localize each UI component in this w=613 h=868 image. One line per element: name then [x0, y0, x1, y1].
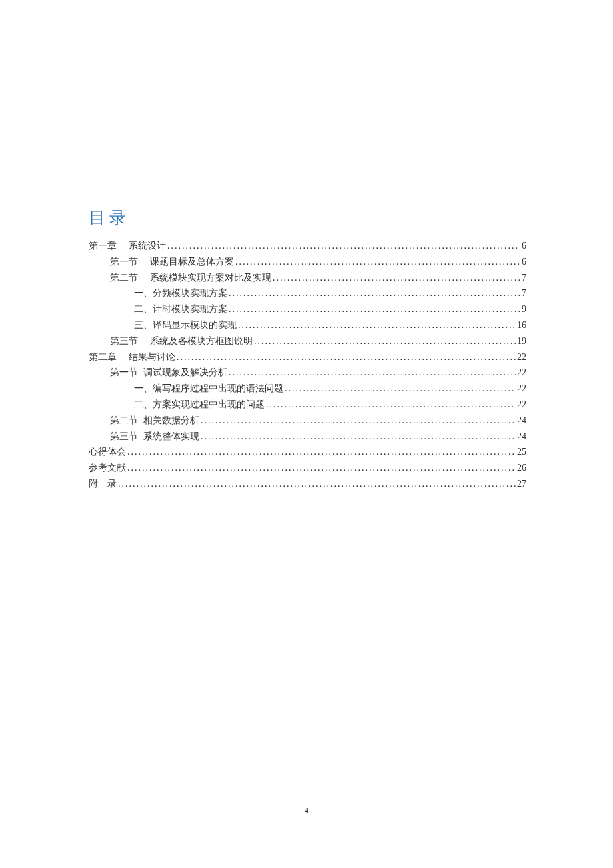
toc-entry-page: 25 — [517, 444, 526, 460]
toc-entry-label: 三、译码显示模块的实现 — [134, 317, 237, 333]
toc-entry[interactable]: 附 录27 — [89, 476, 526, 492]
toc-leader-dots — [118, 476, 516, 492]
toc-leader-dots — [229, 301, 520, 317]
toc-entry-page: 9 — [522, 301, 526, 317]
toc-leader-dots — [201, 429, 516, 445]
toc-entry[interactable]: 一、分频模块实现方案7 — [89, 285, 526, 301]
toc-entry-page: 24 — [517, 413, 526, 429]
toc-entry-page: 24 — [517, 429, 526, 445]
toc-entry[interactable]: 第三节系统整体实现24 — [89, 429, 526, 445]
toc-entry-label: 第二节相关数据分析 — [110, 413, 199, 429]
toc-entry[interactable]: 三、译码显示模块的实现16 — [89, 317, 526, 333]
toc-entry-label: 第一章系统设计 — [89, 238, 166, 254]
toc-entry[interactable]: 一、编写程序过程中出现的语法问题22 — [89, 381, 526, 397]
toc-entry[interactable]: 二、方案实现过程中出现的问题22 — [89, 397, 526, 413]
toc-leader-dots — [229, 285, 520, 301]
toc-entry-label: 一、编写程序过程中出现的语法问题 — [134, 381, 283, 397]
toc-title: 目录 — [89, 207, 526, 229]
toc-entry[interactable]: 第一节调试现象及解决分析22 — [89, 365, 526, 381]
toc-leader-dots — [254, 333, 516, 349]
toc-entry-page: 22 — [517, 397, 526, 413]
toc-entry-label: 一、分频模块实现方案 — [134, 285, 227, 301]
toc-entry-page: 7 — [522, 285, 526, 301]
toc-entry-label: 附 录 — [89, 476, 117, 492]
toc-entry[interactable]: 心得体会25 — [89, 444, 526, 460]
toc-entry-label: 第一节课题目标及总体方案 — [110, 254, 234, 270]
toc-leader-dots — [127, 444, 516, 460]
toc-entry[interactable]: 第三节系统及各模块方框图说明19 — [89, 333, 526, 349]
toc-entry-page: 22 — [517, 349, 526, 365]
toc-leader-dots — [266, 397, 516, 413]
toc-entry-label: 第三节系统及各模块方框图说明 — [110, 333, 253, 349]
toc-entry[interactable]: 第二节系统模块实现方案对比及实现7 — [89, 270, 526, 286]
toc-entry[interactable]: 第二章结果与讨论22 — [89, 349, 526, 365]
toc-entry-label: 参考文献 — [89, 460, 126, 476]
toc-entry[interactable]: 参考文献26 — [89, 460, 526, 476]
toc-entry-page: 26 — [517, 460, 526, 476]
toc-entry[interactable]: 第一节课题目标及总体方案6 — [89, 254, 526, 270]
toc-entry-label: 二、方案实现过程中出现的问题 — [134, 397, 265, 413]
toc-entry-page: 6 — [522, 254, 526, 270]
toc-entry-page: 7 — [522, 270, 526, 286]
toc-entry-label: 心得体会 — [89, 444, 126, 460]
toc-leader-dots — [127, 460, 516, 476]
toc-entry-page: 27 — [517, 476, 526, 492]
toc-entry-label: 第二节系统模块实现方案对比及实现 — [110, 270, 271, 286]
toc-entry-label: 第二章结果与讨论 — [89, 349, 175, 365]
toc-entry[interactable]: 第一章系统设计6 — [89, 238, 526, 254]
toc-entry-page: 19 — [517, 333, 526, 349]
toc-entry-page: 22 — [517, 381, 526, 397]
toc-leader-dots — [201, 413, 516, 429]
toc-leader-dots — [235, 254, 520, 270]
toc-entry-label: 第三节系统整体实现 — [110, 429, 199, 445]
toc-container: 第一章系统设计6第一节课题目标及总体方案6第二节系统模块实现方案对比及实现7一、… — [89, 238, 526, 492]
document-page: 目录 第一章系统设计6第一节课题目标及总体方案6第二节系统模块实现方案对比及实现… — [0, 0, 613, 492]
toc-entry-page: 16 — [517, 317, 526, 333]
toc-leader-dots — [285, 381, 516, 397]
toc-leader-dots — [238, 317, 516, 333]
toc-entry-page: 22 — [517, 365, 526, 381]
toc-leader-dots — [229, 365, 516, 381]
toc-entry-label: 二、计时模块实现方案 — [134, 301, 227, 317]
toc-entry[interactable]: 第二节相关数据分析24 — [89, 413, 526, 429]
toc-entry-label: 第一节调试现象及解决分析 — [110, 365, 227, 381]
page-number: 4 — [0, 806, 613, 816]
toc-entry[interactable]: 二、计时模块实现方案9 — [89, 301, 526, 317]
toc-leader-dots — [167, 238, 520, 254]
toc-leader-dots — [177, 349, 516, 365]
toc-leader-dots — [273, 270, 520, 286]
toc-entry-page: 6 — [522, 238, 526, 254]
